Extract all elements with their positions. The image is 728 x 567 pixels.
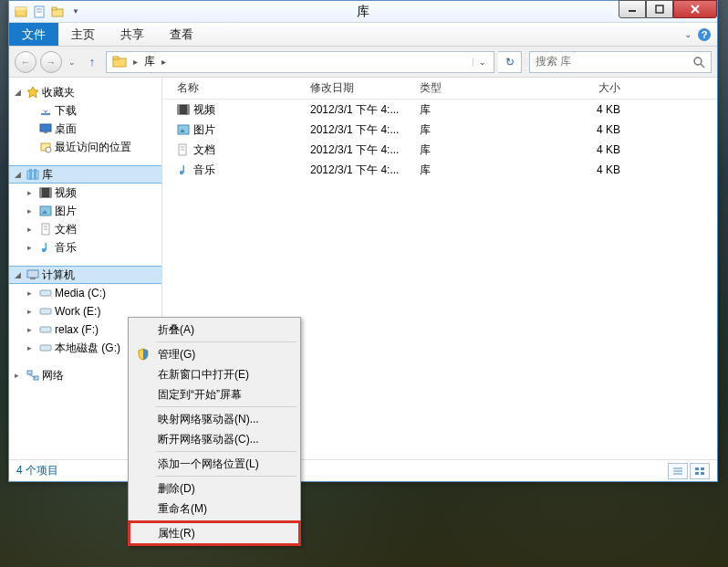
list-item[interactable]: 图片 2012/3/1 下午 4:... 库 4 KB — [162, 120, 717, 140]
drive-icon — [38, 286, 53, 300]
expand-icon[interactable]: ▸ — [27, 243, 36, 252]
menu-item-collapse[interactable]: 折叠(A) — [130, 320, 298, 340]
sidebar-item-documents[interactable]: ▸ 文档 — [9, 220, 161, 238]
minimize-button[interactable] — [619, 0, 646, 18]
help-icon[interactable]: ? — [697, 27, 712, 42]
svg-rect-55 — [183, 165, 185, 173]
tab-file[interactable]: 文件 — [9, 23, 58, 46]
nav-history-dropdown[interactable]: ⌄ — [66, 53, 78, 71]
search-input[interactable]: 搜索 库 — [529, 51, 712, 73]
content-area: ◢ 收藏夹 下载 桌面 — [9, 78, 717, 459]
tab-home[interactable]: 主页 — [58, 23, 108, 46]
computer-icon — [26, 268, 40, 282]
collapse-icon[interactable]: ◢ — [15, 270, 24, 279]
menu-item-properties[interactable]: 属性(R) — [130, 523, 298, 543]
svg-point-23 — [46, 147, 51, 152]
expand-icon[interactable]: ▸ — [15, 371, 24, 380]
libraries-group: ◢ 库 ▸ 视频 ▸ 图片 ▸ 文档 — [9, 165, 161, 257]
network-label: 网络 — [42, 368, 64, 383]
tab-view[interactable]: 查看 — [157, 23, 206, 46]
separator — [156, 451, 296, 452]
up-button[interactable]: ↑ — [82, 52, 102, 72]
svg-marker-19 — [43, 106, 48, 113]
breadcrumb-root-icon[interactable] — [109, 56, 130, 68]
chevron-right-icon[interactable]: ▸ — [159, 57, 169, 67]
address-dropdown-icon[interactable]: ⌄ — [473, 58, 492, 67]
menu-item-map-drive[interactable]: 映射网络驱动器(N)... — [130, 409, 298, 429]
svg-rect-61 — [695, 472, 699, 475]
close-button[interactable] — [673, 0, 717, 18]
breadcrumb[interactable]: ▸ 库 ▸ ⌄ — [106, 51, 494, 73]
video-icon — [177, 104, 193, 115]
svg-rect-60 — [701, 467, 704, 470]
column-name[interactable]: 名称 — [177, 80, 310, 96]
svg-rect-59 — [695, 467, 699, 470]
breadcrumb-segment[interactable]: 库 — [140, 54, 159, 69]
search-icon[interactable] — [692, 56, 705, 68]
menu-item-disconnect-drive[interactable]: 断开网络驱动器(C)... — [130, 429, 298, 449]
svg-rect-18 — [41, 113, 50, 115]
libraries-label: 库 — [42, 167, 53, 183]
back-button[interactable]: ← — [15, 51, 36, 73]
expand-icon[interactable]: ▸ — [27, 343, 36, 352]
new-folder-icon[interactable] — [49, 4, 66, 20]
titlebar[interactable]: ▼ 库 — [9, 1, 717, 23]
expand-icon[interactable]: ▸ — [27, 206, 36, 215]
picture-icon — [177, 124, 193, 135]
maximize-button[interactable] — [646, 0, 673, 18]
column-type[interactable]: 类型 — [420, 80, 529, 96]
list-item[interactable]: 音乐 2012/3/1 下午 4:... 库 4 KB — [162, 160, 717, 180]
menu-item-add-location[interactable]: 添加一个网络位置(L) — [130, 454, 298, 474]
menu-item-pin-start[interactable]: 固定到“开始”屏幕 — [130, 384, 298, 404]
menu-item-delete[interactable]: 删除(D) — [130, 478, 298, 499]
document-icon — [38, 222, 53, 236]
collapse-icon[interactable]: ◢ — [15, 170, 24, 179]
computer-node[interactable]: ◢ 计算机 — [9, 266, 161, 284]
sidebar-item-videos[interactable]: ▸ 视频 — [9, 184, 161, 202]
favorites-node[interactable]: ◢ 收藏夹 — [9, 83, 161, 101]
menu-item-manage[interactable]: 管理(G) — [130, 344, 298, 364]
refresh-button[interactable]: ↻ — [498, 51, 522, 73]
svg-rect-38 — [30, 278, 36, 279]
forward-button[interactable]: → — [40, 51, 62, 73]
status-bar: 4 个项目 — [9, 459, 717, 481]
column-size[interactable]: 大小 — [529, 80, 639, 96]
quick-access-toolbar: ▼ — [9, 4, 84, 20]
svg-rect-29 — [49, 188, 51, 197]
qat-dropdown-icon[interactable]: ▼ — [68, 4, 84, 20]
context-menu: 折叠(A) 管理(G) 在新窗口中打开(E) 固定到“开始”屏幕 映射网络驱动器… — [128, 317, 301, 546]
icons-view-button[interactable] — [690, 463, 710, 479]
expand-icon[interactable]: ▸ — [27, 225, 36, 234]
svg-rect-49 — [178, 125, 189, 134]
list-item[interactable]: 文档 2012/3/1 下午 4:... 库 4 KB — [162, 140, 717, 160]
list-item[interactable]: 视频 2012/3/1 下午 4:... 库 4 KB — [162, 100, 717, 120]
ribbon-expand-icon[interactable]: ⌄ — [684, 29, 692, 39]
column-date[interactable]: 修改日期 — [310, 80, 420, 96]
sidebar-item-recent[interactable]: 最近访问的位置 — [9, 138, 161, 156]
drive-icon — [38, 322, 53, 337]
svg-rect-42 — [40, 345, 51, 351]
menu-item-new-window[interactable]: 在新窗口中打开(E) — [130, 364, 298, 384]
column-headers[interactable]: 名称 修改日期 类型 大小 — [162, 78, 717, 100]
details-view-button[interactable] — [668, 463, 688, 479]
svg-rect-40 — [40, 309, 51, 314]
sidebar-item-pictures[interactable]: ▸ 图片 — [9, 202, 161, 220]
expand-icon[interactable]: ▸ — [27, 289, 36, 298]
properties-icon[interactable] — [31, 4, 47, 20]
window-title: 库 — [9, 4, 717, 20]
libraries-node[interactable]: ◢ 库 — [9, 165, 161, 184]
shield-icon — [135, 346, 151, 362]
tab-share[interactable]: 共享 — [108, 23, 157, 46]
menu-item-rename[interactable]: 重命名(M) — [130, 499, 298, 519]
sidebar-item-drive-c[interactable]: ▸ Media (C:) — [9, 284, 161, 302]
expand-icon[interactable]: ▸ — [27, 307, 36, 316]
separator — [156, 520, 296, 521]
expand-icon[interactable]: ▸ — [27, 325, 36, 334]
sidebar-item-music[interactable]: ▸ 音乐 — [9, 238, 161, 257]
sidebar-item-desktop[interactable]: 桌面 — [9, 120, 161, 138]
document-icon — [177, 143, 193, 156]
chevron-right-icon[interactable]: ▸ — [130, 57, 140, 67]
expand-icon[interactable]: ▸ — [27, 188, 36, 197]
sidebar-item-downloads[interactable]: 下载 — [9, 101, 161, 120]
collapse-icon[interactable]: ◢ — [15, 88, 24, 97]
